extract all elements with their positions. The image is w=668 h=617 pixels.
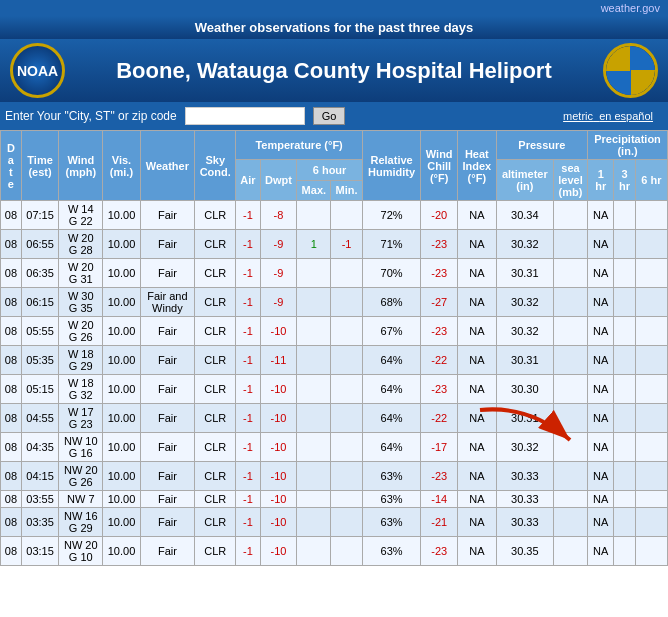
table-cell: [297, 491, 331, 508]
table-cell: [331, 288, 362, 317]
table-row: 0806:35W 20G 3110.00FairCLR-1-970%-23NA3…: [1, 259, 668, 288]
table-cell: NA: [588, 404, 614, 433]
table-cell: 10.00: [103, 317, 140, 346]
table-cell: -23: [421, 537, 458, 566]
table-cell: -9: [260, 288, 297, 317]
table-cell: 30.30: [496, 375, 553, 404]
search-button[interactable]: Go: [313, 107, 346, 125]
table-cell: NA: [457, 317, 496, 346]
table-cell: 04:55: [21, 404, 58, 433]
table-cell: [614, 259, 635, 288]
table-cell: NA: [457, 508, 496, 537]
table-cell: -1: [236, 537, 260, 566]
table-cell: -22: [421, 346, 458, 375]
table-cell: [331, 462, 362, 491]
table-cell: 08: [1, 375, 22, 404]
table-row: 0805:35W 18G 2910.00FairCLR-1-1164%-22NA…: [1, 346, 668, 375]
table-cell: NA: [588, 508, 614, 537]
table-cell: [614, 433, 635, 462]
table-cell: [331, 317, 362, 346]
table-cell: 08: [1, 462, 22, 491]
table-cell: 63%: [362, 537, 421, 566]
table-cell: -10: [260, 317, 297, 346]
table-cell: 06:55: [21, 230, 58, 259]
table-cell: 64%: [362, 404, 421, 433]
table-cell: -1: [236, 317, 260, 346]
table-cell: CLR: [195, 201, 236, 230]
table-cell: [614, 201, 635, 230]
table-cell: 07:15: [21, 201, 58, 230]
col-rh: RelativeHumidity: [362, 131, 421, 201]
table-cell: Fair: [140, 462, 194, 491]
table-cell: [553, 259, 587, 288]
metric-link[interactable]: metric en español: [563, 110, 663, 122]
col-alt: altimeter(in): [496, 160, 553, 201]
col-time: Time(est): [21, 131, 58, 201]
table-cell: [297, 462, 331, 491]
table-cell: 30.32: [496, 433, 553, 462]
table-cell: 05:35: [21, 346, 58, 375]
table-cell: 30.32: [496, 288, 553, 317]
table-cell: NA: [588, 288, 614, 317]
table-cell: [635, 201, 667, 230]
col-air: Air: [236, 160, 260, 201]
table-row: 0807:15W 14G 2210.00FairCLR-1-872%-20NA3…: [1, 201, 668, 230]
table-cell: [635, 508, 667, 537]
col-wind: Wind(mph): [59, 131, 103, 201]
table-cell: [331, 433, 362, 462]
table-cell: 64%: [362, 433, 421, 462]
table-cell: -21: [421, 508, 458, 537]
table-cell: 03:15: [21, 537, 58, 566]
col-min: Min.: [331, 180, 362, 201]
col-date: Date: [1, 131, 22, 201]
table-cell: -1: [236, 375, 260, 404]
table-cell: [635, 433, 667, 462]
table-cell: 08: [1, 230, 22, 259]
table-cell: NW 7: [59, 491, 103, 508]
table-cell: 10.00: [103, 288, 140, 317]
table-cell: [614, 346, 635, 375]
table-cell: 10.00: [103, 537, 140, 566]
table-cell: [614, 508, 635, 537]
table-cell: Fair: [140, 230, 194, 259]
table-cell: [331, 346, 362, 375]
table-cell: Fair: [140, 537, 194, 566]
table-cell: -1: [236, 508, 260, 537]
table-cell: 10.00: [103, 404, 140, 433]
table-cell: CLR: [195, 346, 236, 375]
table-cell: NW 10G 16: [59, 433, 103, 462]
table-cell: [553, 201, 587, 230]
table-cell: 08: [1, 508, 22, 537]
table-cell: -1: [236, 462, 260, 491]
table-cell: [553, 491, 587, 508]
table-row: 0803:55NW 710.00FairCLR-1-1063%-14NA30.3…: [1, 491, 668, 508]
table-cell: 71%: [362, 230, 421, 259]
table-cell: 08: [1, 201, 22, 230]
table-cell: NA: [457, 404, 496, 433]
table-cell: Fair: [140, 433, 194, 462]
table-cell: NA: [457, 537, 496, 566]
table-cell: [614, 375, 635, 404]
search-input[interactable]: [185, 107, 305, 125]
table-cell: NW 20G 26: [59, 462, 103, 491]
table-cell: [635, 491, 667, 508]
table-cell: NA: [457, 491, 496, 508]
col-weather: Weather: [140, 131, 194, 201]
table-cell: -10: [260, 462, 297, 491]
table-cell: [614, 404, 635, 433]
table-cell: 72%: [362, 201, 421, 230]
table-cell: W 20G 28: [59, 230, 103, 259]
table-cell: Fair andWindy: [140, 288, 194, 317]
col-windchill: WindChill(°F): [421, 131, 458, 201]
table-row: 0804:35NW 10G 1610.00FairCLR-1-1064%-17N…: [1, 433, 668, 462]
table-cell: -1: [236, 259, 260, 288]
table-cell: -1: [236, 491, 260, 508]
table-cell: W 18G 32: [59, 375, 103, 404]
table-cell: 05:55: [21, 317, 58, 346]
table-cell: Fair: [140, 491, 194, 508]
table-cell: 64%: [362, 346, 421, 375]
table-cell: [553, 375, 587, 404]
table-cell: [297, 508, 331, 537]
table-cell: [635, 317, 667, 346]
table-cell: W 17G 23: [59, 404, 103, 433]
